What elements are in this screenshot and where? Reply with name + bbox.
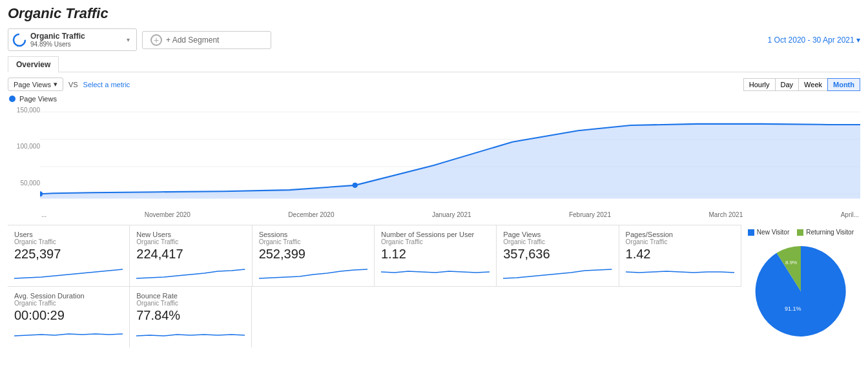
metric-card-bounce-rate: Bounce Rate Organic Traffic 77.84%: [130, 287, 252, 347]
select-metric-link[interactable]: Select a metric: [83, 81, 130, 88]
time-btn-hourly[interactable]: Hourly: [743, 78, 776, 91]
sparkline-bounce-rate: [136, 324, 245, 342]
metric-value-new-users: 224,417: [136, 247, 245, 262]
pie-chart: 91.1% 8.9%: [749, 240, 852, 343]
chart-legend: Page Views: [9, 95, 860, 103]
metric-card-avg-session: Avg. Session Duration Organic Traffic 00…: [8, 287, 130, 347]
chart-area: [40, 105, 860, 209]
segment-pill[interactable]: Organic Traffic 94.89% Users ▾: [8, 28, 137, 51]
metrics-row-2: Avg. Session Duration Organic Traffic 00…: [8, 286, 741, 347]
metric-sub-sessions: Organic Traffic: [259, 238, 367, 245]
metric-card-sessions-per-user: Number of Sessions per User Organic Traf…: [375, 225, 497, 286]
sparkline-avg-session: [14, 324, 123, 342]
sparkline-users: [14, 263, 123, 281]
metric-value-sessions-per-user: 1.12: [381, 247, 490, 262]
time-buttons: Hourly Day Week Month: [744, 78, 860, 91]
pie-section: New Visitor Returning Visitor: [741, 225, 860, 347]
metric-card-users: Users Organic Traffic 225,397: [8, 225, 130, 286]
x-label-feb: February 2021: [569, 211, 611, 218]
metric-value-page-views: 357,636: [503, 247, 612, 262]
y-label-50k: 50,000: [8, 180, 40, 187]
metric-sub-avg-session: Organic Traffic: [14, 300, 123, 307]
metrics-grid: Users Organic Traffic 225,397 New Users …: [8, 225, 860, 347]
metric-selector: Page Views ▾ VS Select a metric: [8, 78, 130, 91]
metric-sub-bounce-rate: Organic Traffic: [136, 300, 245, 307]
legend-dot-blue: [9, 96, 16, 102]
metric-sub-sessions-per-user: Organic Traffic: [381, 238, 490, 245]
y-label-150k: 150,000: [8, 107, 40, 114]
metrics-left: Users Organic Traffic 225,397 New Users …: [8, 225, 741, 347]
metric-card-page-views: Page Views Organic Traffic 357,636: [497, 225, 619, 286]
time-btn-month[interactable]: Month: [827, 78, 860, 91]
segment-bar: Organic Traffic 94.89% Users ▾ + + Add S…: [8, 28, 860, 51]
metric-card-new-users: New Users Organic Traffic 224,417: [130, 225, 252, 286]
segment-text: Organic Traffic 94.89% Users: [30, 32, 85, 48]
metric-title-new-users: New Users: [136, 231, 245, 238]
time-btn-week[interactable]: Week: [798, 78, 828, 91]
x-label-apr: April...: [841, 211, 859, 218]
metric-dropdown-label: Page Views: [14, 81, 51, 88]
legend-label: Page Views: [19, 95, 57, 103]
metric-sub-users: Organic Traffic: [14, 238, 123, 245]
metric-value-pages-session: 1.42: [626, 247, 734, 262]
metric-sub-new-users: Organic Traffic: [136, 238, 245, 245]
page-title: Organic Traffic: [8, 5, 860, 22]
pie-legend-returning-visitor-label: Returning Visitor: [806, 229, 854, 236]
x-label-dec: December 2020: [288, 211, 334, 218]
metric-value-avg-session: 00:00:29: [14, 308, 123, 323]
sparkline-new-users: [136, 263, 245, 281]
segment-left: Organic Traffic 94.89% Users ▾ + + Add S…: [8, 28, 271, 51]
pie-returning-visitor-pct: 8.9%: [785, 260, 797, 265]
chart-controls: Page Views ▾ VS Select a metric Hourly D…: [8, 78, 860, 91]
tabs-row: Overview: [8, 56, 860, 72]
metric-title-pages-session: Pages/Session: [626, 231, 734, 238]
chart-and-x: ... November 2020 December 2020 January …: [40, 105, 860, 225]
metric-sub-page-views: Organic Traffic: [503, 238, 612, 245]
time-btn-day[interactable]: Day: [775, 78, 800, 91]
metric-row-2-spacer: [252, 287, 741, 347]
tab-overview[interactable]: Overview: [8, 56, 59, 72]
pie-legend-returning-visitor: Returning Visitor: [797, 229, 854, 236]
x-label-jan: January 2021: [432, 211, 471, 218]
x-label-mar: March 2021: [708, 211, 743, 218]
metric-title-bounce-rate: Bounce Rate: [136, 292, 245, 300]
metric-value-bounce-rate: 77.84%: [136, 308, 245, 323]
metric-dropdown-arrow: ▾: [54, 80, 57, 88]
x-label-0: ...: [41, 211, 46, 218]
svg-point-6: [353, 183, 358, 188]
metric-dropdown[interactable]: Page Views ▾: [8, 78, 63, 91]
sparkline-sessions: [259, 263, 367, 281]
y-label-100k: 100,000: [8, 143, 40, 150]
pie-legend: New Visitor Returning Visitor: [748, 229, 854, 236]
chart-container: 150,000 100,000 50,000: [8, 105, 860, 225]
metric-title-users: Users: [14, 231, 123, 238]
vs-label: VS: [68, 81, 78, 88]
metric-value-users: 225,397: [14, 247, 123, 262]
metric-card-pages-session: Pages/Session Organic Traffic 1.42: [619, 225, 741, 286]
metric-title-sessions-per-user: Number of Sessions per User: [381, 231, 490, 238]
pie-dot-new-visitor: [748, 229, 754, 236]
x-axis-labels: ... November 2020 December 2020 January …: [40, 211, 860, 218]
segment-name: Organic Traffic: [30, 32, 85, 41]
sparkline-sessions-per-user: [381, 263, 490, 281]
add-segment-circle-icon: +: [150, 34, 162, 46]
date-range[interactable]: 1 Oct 2020 - 30 Apr 2021 ▾: [768, 36, 860, 45]
add-segment-label: + Add Segment: [166, 36, 219, 45]
segment-icon: [12, 33, 26, 47]
sparkline-page-views: [503, 263, 612, 281]
x-label-nov: November 2020: [145, 211, 191, 218]
date-range-text[interactable]: 1 Oct 2020 - 30 Apr 2021: [768, 36, 854, 45]
pie-legend-new-visitor: New Visitor: [748, 229, 789, 236]
svg-point-0: [14, 34, 25, 46]
pie-new-visitor-pct: 91.1%: [785, 305, 801, 312]
sparkline-pages-session: [626, 263, 734, 281]
add-segment-button[interactable]: + + Add Segment: [142, 31, 271, 49]
segment-percentage: 94.89% Users: [30, 41, 85, 48]
pie-dot-returning-visitor: [797, 229, 803, 236]
metric-title-avg-session: Avg. Session Duration: [14, 292, 123, 300]
metrics-row-1: Users Organic Traffic 225,397 New Users …: [8, 225, 741, 286]
metric-title-sessions: Sessions: [259, 231, 367, 238]
pie-legend-new-visitor-label: New Visitor: [757, 229, 789, 236]
metric-sub-pages-session: Organic Traffic: [626, 238, 734, 245]
chevron-down-icon: ▾: [127, 36, 130, 43]
